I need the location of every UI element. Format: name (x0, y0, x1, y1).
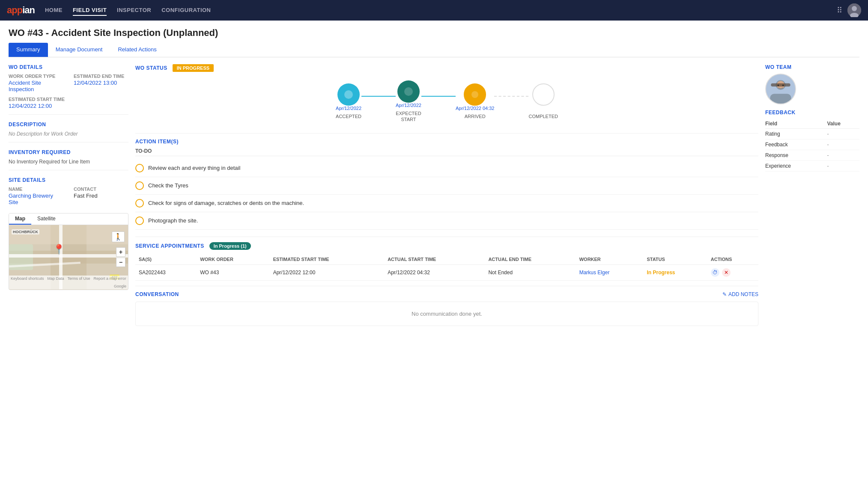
feedback-row-feedback: Feedback - (765, 139, 859, 150)
action-circle-2[interactable] (135, 199, 144, 207)
action-items-title: ACTION ITEM(S) (135, 139, 758, 145)
estimated-start-time-value[interactable]: 12/04/2022 12:00 (9, 103, 128, 109)
inventory-text: No Inventory Required for Line Item (9, 159, 128, 165)
page-header: WO #43 - Accident Site Inspection (Unpla… (0, 21, 868, 57)
team-avatar (765, 74, 796, 104)
conversation-header: CONVERSATION ✎ ADD NOTES (135, 291, 758, 297)
col-actions: ACTIONS (707, 254, 758, 265)
inventory-title: INVENTORY REQUIRED (9, 149, 128, 155)
user-avatar[interactable] (847, 3, 861, 17)
tab-manage-document[interactable]: Manage Document (48, 43, 110, 57)
action-item-2: Check for signs of damage, scratches or … (135, 195, 758, 212)
action-circle-3[interactable] (135, 216, 144, 225)
row-wo: WO #43 (197, 264, 269, 280)
service-appt-header: SERVICE APPOINTMENTS In Progress (1) (135, 242, 758, 250)
edit-icon: ✎ (722, 291, 727, 297)
wo-status-section: WO STATUS IN PROGRESS Apr/12/2022 ACCEPT… (135, 64, 758, 123)
col-status: STATUS (643, 254, 707, 265)
map-tab-map[interactable]: Map (9, 213, 31, 225)
step-circle-completed (532, 83, 555, 106)
nav-inspector[interactable]: INSPECTOR (117, 5, 151, 16)
col-sa: SA(s) (135, 254, 197, 265)
row-worker[interactable]: Markus Elger (579, 270, 610, 276)
site-details-row: NAME Garching Brewery Site CONTACT Fast … (9, 187, 128, 210)
tab-summary[interactable]: Summary (9, 43, 48, 57)
col-worker: WORKER (576, 254, 644, 265)
grid-icon[interactable]: ⠿ (837, 6, 842, 15)
map-footer-data: Map Data (48, 276, 64, 281)
add-notes-link[interactable]: ✎ ADD NOTES (722, 291, 758, 297)
map-body: HOCHBRÜCK 📍 🚶 471 + − Keyboard shortcuts (9, 225, 128, 289)
feedback-value-response: - (827, 150, 859, 161)
description-text: No Description for Work Order (9, 131, 128, 137)
feedback-field-rating: Rating (765, 129, 827, 139)
svg-point-5 (471, 91, 478, 98)
page-title: WO #43 - Accident Site Inspection (Unpla… (9, 27, 859, 39)
row-sa: SA2022443 (135, 264, 197, 280)
estimated-end-time-value[interactable]: 12/04/2022 13:00 (74, 80, 128, 86)
nav-field-visit[interactable]: FIELD VISIT (73, 5, 107, 16)
feedback-label: FEEDBACK (765, 110, 859, 116)
site-name-value[interactable]: Garching Brewery Site (9, 193, 63, 205)
col-wo: WORK ORDER (197, 254, 269, 265)
site-name-label: NAME (9, 187, 63, 192)
map-tabs: Map Satellite (9, 213, 128, 225)
col-act-end: ACTUAL END TIME (485, 254, 576, 265)
add-notes-label[interactable]: ADD NOTES (728, 291, 758, 297)
wo-status-badge: IN PROGRESS (173, 64, 214, 72)
step-date-expected: Apr/12/2022 (396, 103, 421, 108)
row-actions: ⏱ ✕ (711, 268, 755, 277)
map-tab-satellite[interactable]: Satellite (31, 213, 62, 225)
step-arrived: Apr/12/2022 04:32 ARRIVED (456, 83, 495, 119)
nav-home[interactable]: HOME (45, 5, 63, 16)
map-footer-terms[interactable]: Terms of Use (68, 276, 90, 281)
nav-configuration[interactable]: CONFIGURATION (161, 5, 211, 16)
map-google: Google (114, 284, 126, 288)
feedback-row-experience: Experience - (765, 161, 859, 172)
action-text-0: Review each and every thing in detail (148, 165, 240, 171)
center-panel: WO STATUS IN PROGRESS Apr/12/2022 ACCEPT… (128, 64, 765, 326)
wo-details-row1: WORK ORDER TYPE Accident Site Inspection… (9, 74, 128, 97)
service-appt-badge: In Progress (1) (209, 242, 251, 250)
tab-related-actions[interactable]: Related Actions (110, 43, 164, 57)
map-footer-keyboard[interactable]: Keyboard shortcuts (11, 276, 44, 281)
work-order-type-value[interactable]: Accident Site Inspection (9, 80, 63, 92)
step-label-accepted: ACCEPTED (336, 113, 361, 119)
action-item-0: Review each and every thing in detail (135, 160, 758, 177)
action-circle-1[interactable] (135, 181, 144, 190)
action-item-1: Check the Tyres (135, 177, 758, 195)
map-pin: 📍 (53, 244, 65, 255)
map-zoom-out[interactable]: − (116, 258, 125, 267)
wo-status-header: WO STATUS IN PROGRESS (135, 64, 758, 72)
map-footer-report[interactable]: Report a map error (94, 276, 126, 281)
work-order-type-label: WORK ORDER TYPE (9, 74, 63, 79)
map-zoom-controls: + − (116, 247, 125, 267)
site-contact-label: CONTACT (74, 187, 128, 192)
svg-point-4 (404, 87, 413, 96)
step-date-accepted: Apr/12/2022 (336, 106, 361, 111)
svg-rect-10 (771, 83, 790, 87)
row-act-start: Apr/12/2022 04:32 (384, 264, 485, 280)
step-circle-arrived (464, 83, 486, 106)
col-est-start: ESTIMATED START TIME (270, 254, 385, 265)
action-items-section: ACTION ITEM(S) TO-DO Review each and eve… (135, 139, 758, 230)
estimated-end-time-label: ESTIMATED END TIME (74, 74, 128, 79)
feedback-value-rating: - (827, 129, 859, 139)
map-footer: Keyboard shortcuts Map Data Terms of Use… (9, 276, 128, 289)
feedback-row-rating: Rating - (765, 129, 859, 139)
no-communication-text: No communication done yet. (135, 302, 758, 326)
step-date-arrived: Apr/12/2022 04:32 (456, 106, 495, 111)
feedback-table: Field Value Rating - Feedback - Response… (765, 119, 859, 172)
app-logo[interactable]: appian (7, 5, 35, 16)
navbar: appian HOME FIELD VISIT INSPECTOR CONFIG… (0, 0, 868, 21)
map-zoom-in[interactable]: + (116, 247, 125, 257)
feedback-field-experience: Experience (765, 161, 827, 172)
action-circle-0[interactable] (135, 164, 144, 172)
close-icon[interactable]: ✕ (722, 268, 731, 277)
wo-team-label: WO TEAM (765, 64, 859, 70)
step-circle-accepted (337, 83, 360, 106)
col-act-start: ACTUAL START TIME (384, 254, 485, 265)
clock-icon[interactable]: ⏱ (711, 268, 719, 277)
step-label-completed: COMPLETED (528, 113, 558, 119)
description-title: DESCRIPTION (9, 122, 128, 127)
